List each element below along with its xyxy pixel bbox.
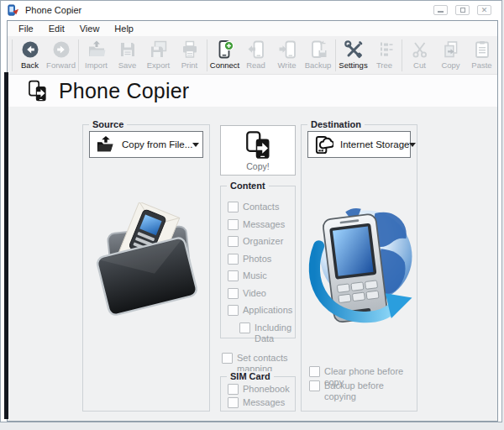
checkbox-box (309, 380, 320, 391)
checkbox-box (228, 397, 239, 408)
title-bar: Phone Copier ✕ (1, 1, 501, 19)
toolbar-separator (78, 39, 79, 71)
phone-copy-icon (26, 80, 49, 102)
connect-icon (215, 39, 235, 60)
copy-phones-icon (243, 130, 273, 160)
copy-icon (441, 39, 461, 60)
save-icon (118, 39, 138, 60)
checkbox-messages[interactable]: Messages (228, 219, 290, 230)
source-dropdown-value: Copy from File... (122, 139, 192, 149)
destination-dropdown-value: Internet Storage (340, 139, 409, 149)
phone-cloud-icon (314, 135, 333, 155)
folder-source-icon (96, 135, 115, 155)
menu-view[interactable]: View (72, 22, 108, 35)
import-button[interactable]: Import (81, 38, 112, 73)
checkbox-box (228, 219, 239, 230)
export-button[interactable]: Export (143, 38, 174, 73)
paste-button[interactable]: Paste (466, 38, 497, 73)
forward-icon (51, 39, 71, 60)
checkbox-box (228, 305, 239, 316)
app-window: Phone Copier ✕ File Edit View Help Back … (0, 0, 502, 422)
tree-icon (375, 39, 395, 60)
export-icon (149, 39, 169, 60)
maximize-button[interactable] (455, 5, 470, 15)
checkbox-contacts[interactable]: Contacts (228, 202, 290, 212)
back-button[interactable]: Back (14, 38, 45, 73)
checkbox-video[interactable]: Video (228, 288, 290, 299)
connect-button[interactable]: Connect (209, 38, 240, 73)
checkbox-box (228, 384, 239, 395)
checkbox-box (228, 254, 239, 265)
toolbar-separator (207, 39, 207, 71)
source-group: Source Copy from File... (82, 124, 210, 412)
sim-group-label: SIM Card (227, 371, 274, 382)
checkbox-backup-before[interactable]: Backup before copying (309, 380, 417, 402)
source-dropdown[interactable]: Copy from File... (89, 131, 203, 158)
checkbox-music[interactable]: Music (228, 270, 290, 281)
maximize-icon (460, 8, 465, 13)
content-group-label: Content (227, 181, 269, 191)
tree-button[interactable]: Tree (369, 38, 400, 73)
read-button[interactable]: Read (240, 38, 271, 73)
cut-icon (410, 39, 430, 60)
checkbox-box (228, 236, 239, 247)
menu-file[interactable]: File (11, 22, 41, 35)
source-image-wrap (83, 202, 209, 317)
save-button[interactable]: Save (112, 38, 143, 73)
checkbox-organizer[interactable]: Organizer (228, 236, 290, 247)
back-icon (20, 39, 40, 60)
destination-image-wrap (302, 191, 417, 349)
cut-button[interactable]: Cut (404, 38, 435, 73)
left-edge-strip (4, 72, 8, 419)
settings-icon (344, 39, 364, 60)
print-icon (180, 39, 200, 60)
checkbox-box (309, 366, 320, 377)
destination-group: Destination Internet Storage (301, 124, 417, 412)
toolbar: Back Forward Import Save Export Print (8, 36, 497, 75)
middle-column: Copy! Content Contacts Messages Organize… (220, 125, 296, 412)
toolbar-separator (12, 39, 13, 71)
checkbox-phonebook[interactable]: Phonebook (228, 384, 291, 395)
toolbar-separator (335, 39, 336, 71)
content-group: Content Contacts Messages Organizer (220, 186, 296, 338)
toolbar-separator (402, 39, 402, 71)
copy-button[interactable]: Copy! (220, 125, 296, 176)
destination-group-label: Destination (307, 119, 365, 130)
folder-phone-image (86, 202, 207, 317)
checkbox-including-data[interactable]: Including Data (239, 322, 290, 344)
backup-icon (308, 39, 328, 60)
copy-toolbar-button[interactable]: Copy (435, 38, 466, 73)
menu-help[interactable]: Help (107, 22, 141, 35)
destination-dropdown[interactable]: Internet Storage (307, 131, 411, 158)
checkbox-box (228, 288, 239, 299)
checkbox-applications[interactable]: Applications (228, 305, 290, 316)
window-title: Phone Copier (25, 5, 81, 15)
client-area: File Edit View Help Back Forward Import (7, 20, 498, 422)
checkbox-box (228, 270, 239, 281)
checkbox-box (228, 202, 239, 212)
dropdown-arrow-icon (409, 143, 416, 147)
app-icon (7, 4, 19, 17)
dropdown-arrow-icon (192, 143, 199, 147)
paste-icon (472, 39, 492, 60)
write-button[interactable]: Write (271, 38, 302, 73)
read-icon (246, 39, 266, 60)
checkbox-sim-messages[interactable]: Messages (228, 397, 291, 408)
write-icon (277, 39, 297, 60)
print-button[interactable]: Print (174, 38, 205, 73)
menu-edit[interactable]: Edit (41, 22, 72, 35)
backup-button[interactable]: Backup (302, 38, 333, 73)
settings-button[interactable]: Settings (338, 38, 369, 73)
close-icon: ✕ (481, 7, 488, 14)
checkbox-photos[interactable]: Photos (228, 254, 290, 265)
copy-button-label: Copy! (246, 161, 269, 171)
sim-card-group: SIM Card Phonebook Messages (220, 376, 296, 412)
close-button[interactable]: ✕ (477, 5, 491, 15)
content-area: Source Copy from File... (8, 107, 497, 421)
source-group-label: Source (89, 119, 127, 130)
forward-button[interactable]: Forward (45, 38, 76, 73)
phone-globe-image (304, 191, 415, 349)
page-header: Phone Copier (8, 75, 497, 107)
minimize-button[interactable] (433, 5, 448, 15)
import-icon (87, 39, 107, 60)
